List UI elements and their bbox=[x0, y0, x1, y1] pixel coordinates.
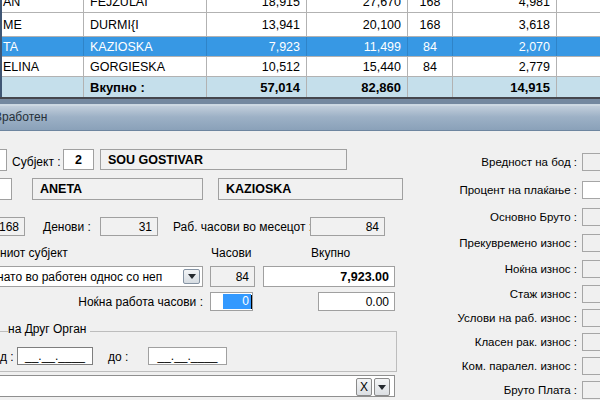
cell-first-name: AN bbox=[3, 0, 20, 9]
value-field[interactable] bbox=[582, 285, 600, 303]
cell-hours: 84 bbox=[423, 40, 437, 54]
cell-first-name: ME bbox=[3, 18, 22, 32]
cell-amount-3: 2,070 bbox=[519, 40, 550, 54]
employee-dialog: Субјект : 2 SOU GOSTIVAR ANETA KAZIOSKA … bbox=[0, 131, 600, 400]
value-field[interactable] bbox=[582, 357, 600, 375]
section-amount-field[interactable]: 7,923.00 bbox=[263, 266, 395, 287]
subject-label: Субјект : bbox=[12, 155, 61, 169]
cell-hours: 168 bbox=[420, 18, 441, 32]
subject-name-field[interactable]: SOU GOSTIVAR bbox=[100, 149, 347, 170]
table-row[interactable]: AN FEJZULAI 18,915 27,670 168 4,981 bbox=[0, 0, 600, 13]
field-label: Ноќна износ : bbox=[420, 263, 577, 275]
field-label: Процент на плаќање : bbox=[420, 184, 577, 196]
total-amount-1: 57,014 bbox=[260, 80, 300, 95]
work-relation-value: нато во работен однос со неп bbox=[0, 270, 162, 284]
date-to-label: до : bbox=[108, 350, 128, 364]
field-label: Бруто Плата : bbox=[420, 384, 577, 396]
value-field[interactable] bbox=[582, 260, 600, 278]
value-field[interactable] bbox=[582, 309, 600, 327]
cell-last-name: DURMI{I bbox=[90, 18, 139, 32]
pct-input[interactable]: 0.00 bbox=[318, 292, 395, 311]
days-label: Денови : bbox=[43, 220, 91, 234]
total-label: Вкупно : bbox=[90, 80, 145, 95]
field-label: Ком. паралел. износ : bbox=[420, 360, 577, 372]
lookup-combobox-input[interactable] bbox=[0, 375, 395, 397]
date-from-input[interactable]: __.__.____ bbox=[17, 347, 93, 365]
field-label: Стаж износ : bbox=[420, 288, 577, 300]
field-label: Основно Бруто : bbox=[420, 211, 577, 223]
night-hours-label: Ноќна работа часови : bbox=[60, 295, 203, 309]
cell-amount-2: 15,440 bbox=[363, 60, 401, 74]
total-header: Вкупно bbox=[311, 246, 350, 260]
dialog-title-bar[interactable]: Вработен bbox=[0, 106, 600, 131]
text-caret bbox=[251, 295, 252, 309]
field-label: Услови на раб. износ : bbox=[420, 312, 577, 324]
cell-amount-1: 18,915 bbox=[262, 0, 300, 9]
field-label: Класен рак. износ : bbox=[420, 336, 577, 348]
value-field[interactable] bbox=[582, 333, 600, 351]
cell-amount-2: 27,670 bbox=[363, 0, 401, 9]
cell-first-name: ELINA bbox=[3, 60, 39, 74]
close-icon[interactable]: X bbox=[356, 378, 372, 396]
section-hours-field[interactable]: 84 bbox=[210, 266, 255, 287]
month-hours-label: Раб. часови во месецот : bbox=[173, 220, 312, 234]
value-field[interactable] bbox=[582, 234, 600, 252]
clipped-field-fragment[interactable] bbox=[0, 178, 12, 200]
dialog-title: Вработен bbox=[0, 110, 47, 124]
cell-amount-2: 11,499 bbox=[364, 40, 401, 54]
cell-hours: 168 bbox=[420, 0, 441, 9]
table-row[interactable]: ME DURMI{I 13,941 20,100 168 3,618 bbox=[0, 13, 600, 37]
field-label: Вредност на бод : bbox=[420, 156, 577, 168]
cell-amount-1: 10,512 bbox=[262, 60, 300, 74]
cell-amount-1: 13,941 bbox=[262, 18, 300, 32]
table-total-row: Вкупно : 57,014 82,860 14,915 bbox=[0, 77, 600, 98]
value-field[interactable] bbox=[582, 208, 600, 226]
selected-text: 0 bbox=[223, 294, 251, 309]
cell-last-name: FEJZULAI bbox=[90, 0, 148, 9]
date-from-label: д : bbox=[0, 350, 14, 364]
night-hours-input[interactable]: 0 bbox=[210, 292, 253, 311]
table-row[interactable]: ELINA GORGIESKA 10,512 15,440 84 2,779 bbox=[0, 57, 600, 77]
cell-amount-2: 20,100 bbox=[363, 18, 401, 32]
field-label: Прекувремено износ : bbox=[420, 237, 577, 249]
cell-amount-3: 2,779 bbox=[519, 60, 550, 74]
clipped-field-fragment[interactable] bbox=[0, 149, 7, 171]
cell-amount-3: 3,618 bbox=[519, 18, 550, 32]
left-hours-field[interactable]: 168 bbox=[0, 217, 25, 236]
cell-hours: 84 bbox=[423, 60, 437, 74]
cell-amount-1: 7,923 bbox=[269, 40, 300, 54]
other-org-group-label: на Друг Орган bbox=[8, 322, 90, 336]
hours-header: Часови bbox=[211, 246, 252, 260]
work-relation-combobox[interactable]: нато во работен однос со неп bbox=[0, 266, 203, 287]
subject-code-field[interactable]: 2 bbox=[63, 149, 94, 170]
value-field[interactable] bbox=[582, 153, 600, 171]
table-row-selected[interactable]: TA KAZIOSKA 7,923 11,499 84 2,070 bbox=[0, 37, 600, 57]
last-name-field[interactable]: KAZIOSKA bbox=[218, 178, 403, 200]
cell-last-name: KAZIOSKA bbox=[90, 40, 153, 54]
section-label: ниот субјект bbox=[0, 246, 68, 260]
cell-last-name: GORGIESKA bbox=[90, 60, 165, 74]
chevron-down-icon[interactable] bbox=[183, 269, 200, 284]
date-to-input[interactable]: __.__.____ bbox=[148, 347, 227, 365]
chevron-down-icon[interactable] bbox=[374, 378, 390, 396]
days-field[interactable]: 31 bbox=[100, 217, 158, 236]
month-hours-field[interactable]: 84 bbox=[310, 217, 385, 236]
total-amount-2: 82,860 bbox=[361, 80, 401, 95]
payroll-app-window: AN FEJZULAI 18,915 27,670 168 4,981 ME D… bbox=[0, 0, 600, 400]
value-field[interactable] bbox=[582, 381, 600, 399]
total-amount-3: 14,915 bbox=[510, 80, 550, 95]
value-field[interactable] bbox=[582, 181, 600, 199]
window-edge bbox=[0, 0, 2, 98]
cell-first-name: TA bbox=[3, 40, 18, 54]
first-name-field[interactable]: ANETA bbox=[32, 178, 203, 200]
cell-amount-3: 4,981 bbox=[519, 0, 550, 9]
employee-table: AN FEJZULAI 18,915 27,670 168 4,981 ME D… bbox=[0, 0, 600, 98]
